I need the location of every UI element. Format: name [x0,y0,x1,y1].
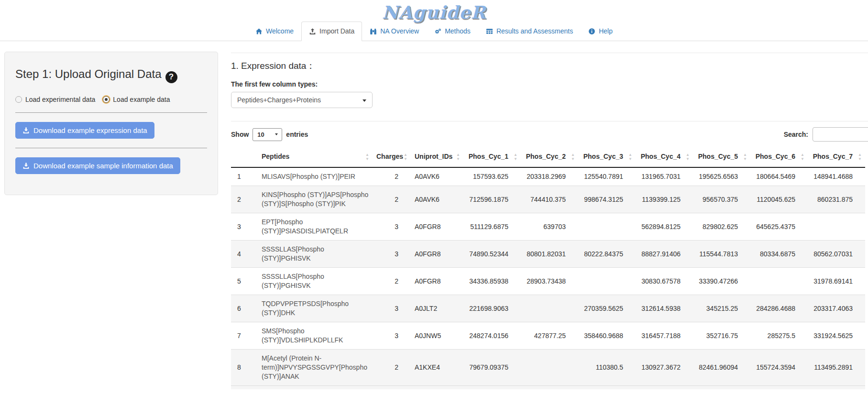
value-cell: 82461.96094 [693,350,750,386]
column-header[interactable]: Phos_Cyc_3▲▼ [578,146,636,167]
app-header: NAguideR [0,0,868,22]
value-cell: 358460.9688 [578,322,636,350]
gears-icon [434,28,441,35]
sort-icon: ▲▼ [858,153,862,161]
table-row: 3 EPT[Phospho (STY)]PSIASDISLPIATQELR 3 … [231,213,865,241]
value-cell: 645625.4375 [750,213,808,241]
chevron-down-icon [363,99,366,102]
value-cell: 130927.3672 [636,350,693,386]
show-label: Show [231,131,249,138]
value-cell: 157593.625 [463,167,521,186]
column-types-label: The first few column types: [231,80,868,88]
row-number-cell: 4 [231,241,258,268]
nav-tab[interactable]: Help [581,22,620,41]
table-row: 2 KINS[Phospho (STY)]APS[Phospho (STY)]S… [231,186,865,213]
search-control: Search: [784,127,868,142]
panel-title: Step 1: Upload Original Data? [15,67,207,83]
value-cell: 155724.3594 [750,350,808,386]
charge-cell: 2 [373,268,411,295]
page-length-select[interactable]: 10 [253,128,282,141]
value-cell: 131965.7031 [636,167,693,186]
charge-cell: 3 [373,322,411,350]
value-cell: 148941.4688 [808,167,865,186]
peptide-cell: SMS[Phospho (STY)]VDLSHIPLKDPLLFK [258,322,373,350]
row-number-cell: 7 [231,322,258,350]
column-header[interactable]: Phos_Cyc_2▲▼ [521,146,578,167]
value-cell [750,268,808,295]
uniprot-cell: A0AVK6 [411,186,463,213]
nav-tab[interactable]: NA Overview [362,22,427,41]
divider [231,121,868,121]
table-icon [486,28,493,35]
radio-option[interactable]: Load experimental data [15,96,95,103]
value-cell: 316457.7188 [636,322,693,350]
sort-icon: ▲▼ [571,153,575,161]
download-icon [22,127,30,134]
nav-tab[interactable]: Welcome [248,22,301,41]
column-header[interactable]: Charges▲▼ [373,146,411,167]
value-cell: 88827.91406 [636,241,693,268]
nav-tab[interactable]: Import Data [301,22,362,41]
column-header[interactable]: Peptides▲▼ [258,146,373,167]
nav-tab-label: Welcome [266,27,294,36]
uniprot-cell: A0JLT2 [411,295,463,322]
radio-button[interactable] [103,96,110,103]
nav-tab-label: Results and Assessments [496,27,573,36]
table-row: 8 M[Acetyl (Protein N-term)]NPVYSPGSSGVP… [231,350,865,386]
peptide-cell: SSSSLLAS[Phospho (STY)]PGHISVK [258,241,373,268]
value-cell: 203318.2969 [521,167,578,186]
charge-cell: 3 [373,295,411,322]
section-title: 1. Expression data： [231,60,868,72]
download-sample-info-button[interactable]: Download example sample information data [15,157,180,174]
uniprot-cell: A0FGR8 [411,241,463,268]
value-cell: 1139399.125 [636,186,693,213]
sort-icon: ▲▼ [404,153,407,161]
table-row: 1 MLISAVS[Phospho (STY)]PEIR 2 A0AVK6 15… [231,167,865,186]
value-cell: 1120045.625 [750,186,808,213]
column-types-select[interactable]: Peptides+Charges+Proteins [231,92,373,108]
radio-option[interactable]: Load example data [103,96,170,103]
uniprot-cell: A0AVK6 [411,167,463,186]
entries-label: entries [286,131,308,138]
help-question-icon[interactable]: ? [165,71,177,83]
sort-icon: ▲▼ [365,153,369,161]
download-expression-label: Download example expression data [33,126,147,134]
peptide-cell: M[Acetyl (Protein N-term)]NPVYSPGSSGVPY[… [258,350,373,386]
divider [231,53,868,53]
value-cell: 312614.5938 [636,295,693,322]
peptide-cell: MLISAVS[Phospho (STY)]PEIR [258,167,373,186]
radio-label: Load experimental data [25,96,95,103]
peptide-cell: SSSSLLAS[Phospho (STY)]PGHISVK [258,268,373,295]
sort-icon: ▲▼ [743,153,747,161]
binoculars-icon [370,28,377,35]
value-cell: 195625.6563 [693,167,750,186]
value-cell: 110380.5 [578,350,636,386]
radio-button[interactable] [15,96,22,103]
main-content: 1. Expression data： The first few column… [231,53,868,389]
column-header[interactable]: Phos_Cyc_7▲▼ [808,146,865,167]
search-input[interactable] [813,127,868,142]
navbar: Welcome Import Data NA Overview Methods … [0,22,868,41]
row-number-cell: 1 [231,167,258,186]
divider [15,112,207,113]
nav-tab[interactable]: Results and Assessments [478,22,581,41]
uniprot-cell: A0FGR8 [411,213,463,241]
column-header[interactable]: Phos_Cyc_4▲▼ [636,146,693,167]
column-header[interactable]: Phos_Cyc_1▲▼ [463,146,521,167]
value-cell: 270359.5625 [578,295,636,322]
column-header[interactable]: Uniprot_IDs▲▼ [411,146,463,167]
sort-icon: ▲▼ [456,153,460,161]
nav-tab[interactable]: Methods [427,22,478,41]
value-cell: 180664.5469 [750,167,808,186]
nav-tab-label: Import Data [319,27,354,36]
value-cell: 860231.875 [808,186,865,213]
column-header[interactable]: Phos_Cyc_6▲▼ [750,146,808,167]
row-number-cell: 3 [231,213,258,241]
download-expression-button[interactable]: Download example expression data [15,122,154,139]
value-cell: 998674.3125 [578,186,636,213]
column-header[interactable]: Phos_Cyc_5▲▼ [693,146,750,167]
table-header-row: Peptides▲▼ Charges▲▼ Uniprot_IDs▲▼ Phos_… [231,146,865,167]
data-source-radios: Load experimental data Load example data [15,96,207,103]
value-cell [521,295,578,322]
value-cell: 829802.625 [693,213,750,241]
